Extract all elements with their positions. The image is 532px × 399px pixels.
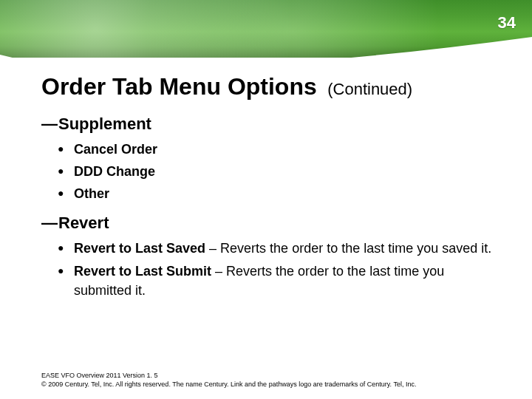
header-band [0,0,532,58]
item-label: Revert to Last Submit [74,264,211,279]
title-continued: (Continued) [327,80,412,98]
slide-title: Order Tab Menu Options (Continued) [41,74,502,100]
item-label: Revert to Last Saved [74,241,205,256]
section-heading-supplement: —Supplement [41,115,502,134]
heading-text: Supplement [58,115,151,133]
title-main: Order Tab Menu Options [41,73,317,100]
emdash-icon: — [41,214,57,232]
section-heading-revert: —Revert [41,214,502,233]
item-label: Other [74,186,109,201]
list-item: Revert to Last Submit – Reverts the orde… [74,262,502,300]
list-item: Revert to Last Saved – Reverts the order… [74,239,502,258]
item-label: DDD Change [74,164,155,179]
footer: EASE VFO Overview 2011 Version 1. 5 © 20… [41,371,502,389]
page-number: 34 [498,13,516,33]
list-item: DDD Change [74,162,502,181]
footer-line-2: © 2009 Century. Tel, Inc. All rights res… [41,380,502,389]
item-desc: – Reverts the order to the last time you… [205,241,491,256]
slide-content: Order Tab Menu Options (Continued) —Supp… [41,74,502,303]
heading-text: Revert [58,214,109,232]
list-item: Other [74,184,502,203]
revert-list: Revert to Last Saved – Reverts the order… [41,239,502,299]
emdash-icon: — [41,115,57,133]
list-item: Cancel Order [74,140,502,159]
footer-line-1: EASE VFO Overview 2011 Version 1. 5 [41,371,502,380]
supplement-list: Cancel Order DDD Change Other [41,140,502,203]
item-label: Cancel Order [74,142,157,157]
